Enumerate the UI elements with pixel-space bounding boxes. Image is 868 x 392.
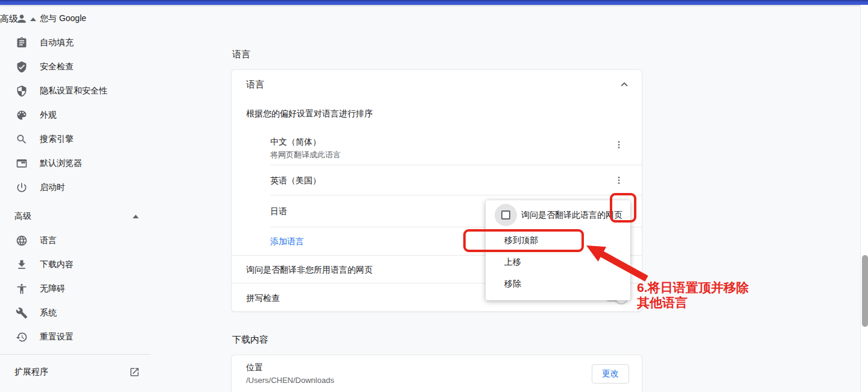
sidebar-item-on-startup[interactable]: 启动时 [0, 175, 151, 200]
change-location-button[interactable]: 更改 [592, 364, 629, 384]
downloads-card: 位置 /Users/CHEN/Downloads 更改 [231, 355, 642, 392]
sidebar-item-reset-settings[interactable]: 重置设置 [0, 325, 151, 349]
menu-item-move-up[interactable]: 上移 [486, 251, 630, 273]
download-icon [16, 259, 28, 271]
sidebar-item-autofill[interactable]: 自动填充 [0, 31, 151, 55]
top-blue-bar [0, 0, 868, 5]
sidebar-item-system[interactable]: 系统 [0, 301, 151, 325]
language-sort-hint: 根据您的偏好设置对语言进行排序 [246, 109, 373, 119]
chevron-up-icon [133, 215, 139, 218]
sidebar-item-label: 搜索引擎 [40, 134, 74, 145]
sidebar-item-label: 语言 [40, 235, 57, 246]
languages-section-title: 语言 [232, 49, 250, 60]
checkbox-icon[interactable] [501, 210, 510, 220]
sidebar-item-search-engine[interactable]: 搜索引擎 [0, 127, 151, 151]
offer-translate-this-language-option[interactable]: 询问是否翻译此语言的网页 [486, 200, 630, 230]
accessibility-icon [16, 283, 28, 295]
wrench-icon [16, 307, 28, 319]
browser-icon [16, 157, 28, 169]
download-location-label: 位置 [246, 362, 263, 373]
globe-icon [16, 235, 28, 247]
language-options-menu: 询问是否翻译此语言的网页 移到顶部 上移 移除 [486, 200, 630, 300]
scrollbar-track[interactable] [860, 5, 868, 392]
sidebar-item-label: 下载内容 [40, 259, 74, 270]
sidebar-item-label: 安全检查 [40, 62, 74, 72]
sidebar-item-label: 无障碍 [40, 283, 65, 294]
chrome-settings-page: 您与 Google 自动填充 安全检查 隐私设置和安全性 外观 搜索引擎 默认浏… [0, 0, 868, 392]
sidebar-item-languages[interactable]: 语言 [0, 229, 151, 253]
checkbox-ripple [495, 204, 517, 226]
sidebar-item-label: 您与 Google [40, 13, 86, 24]
sidebar-item-label: 外观 [40, 110, 57, 121]
sidebar-item-label: 系统 [40, 308, 57, 318]
sidebar-divider [0, 354, 151, 355]
scrollbar-thumb[interactable] [862, 255, 868, 327]
language-row-chinese: 中文（简体） 将网页翻译成此语言 [232, 127, 642, 165]
download-location-value: /Users/CHEN/Downloads [246, 376, 334, 385]
sidebar-item-label: 隐私设置和安全性 [40, 86, 107, 96]
sidebar-item-label: 重置设置 [40, 332, 74, 343]
sidebar-item-label: 默认浏览器 [40, 158, 82, 169]
chevron-up-icon [30, 17, 36, 21]
annotation-note: 6.将日语置顶并移除 其他语言 [637, 280, 749, 310]
menu-item-move-to-top[interactable]: 移到顶部 [486, 230, 630, 251]
sidebar-item-accessibility[interactable]: 无障碍 [0, 277, 151, 301]
palette-icon [16, 109, 28, 121]
sidebar-item-label: 自动填充 [40, 37, 74, 48]
sidebar-item-privacy-security[interactable]: 隐私设置和安全性 [0, 79, 151, 103]
language-card-title: 语言 [246, 79, 264, 90]
sidebar-item-safety-check[interactable]: 安全检查 [0, 55, 151, 79]
kebab-menu-icon[interactable] [609, 135, 629, 154]
privacy-shield-icon [16, 85, 28, 97]
language-card-header[interactable]: 语言 [232, 70, 642, 99]
menu-item-remove[interactable]: 移除 [486, 273, 630, 295]
search-icon [16, 133, 28, 145]
safety-check-icon [16, 61, 28, 73]
open-in-new-icon [129, 367, 140, 378]
sidebar-advanced-toggle[interactable]: 高级 [0, 204, 151, 229]
collapse-chevron-icon [618, 78, 631, 91]
autofill-icon [16, 37, 28, 49]
sidebar-item-downloads[interactable]: 下载内容 [0, 253, 151, 277]
advanced-section-toggle[interactable]: 高级 [0, 13, 36, 25]
kebab-menu-icon[interactable] [609, 171, 629, 190]
sidebar-item-extensions[interactable]: 扩展程序 [0, 360, 151, 384]
reset-icon [16, 331, 28, 343]
sidebar-item-label: 启动时 [40, 182, 65, 193]
power-icon [16, 182, 28, 194]
downloads-section-title: 下载内容 [232, 334, 268, 346]
language-row-english: 英语（美国） [232, 165, 642, 195]
add-language-link[interactable]: 添加语言 [270, 236, 304, 247]
sidebar-item-default-browser[interactable]: 默认浏览器 [0, 151, 151, 175]
settings-sidebar: 您与 Google 自动填充 安全检查 隐私设置和安全性 外观 搜索引擎 默认浏… [0, 5, 151, 392]
sidebar-item-appearance[interactable]: 外观 [0, 103, 151, 127]
